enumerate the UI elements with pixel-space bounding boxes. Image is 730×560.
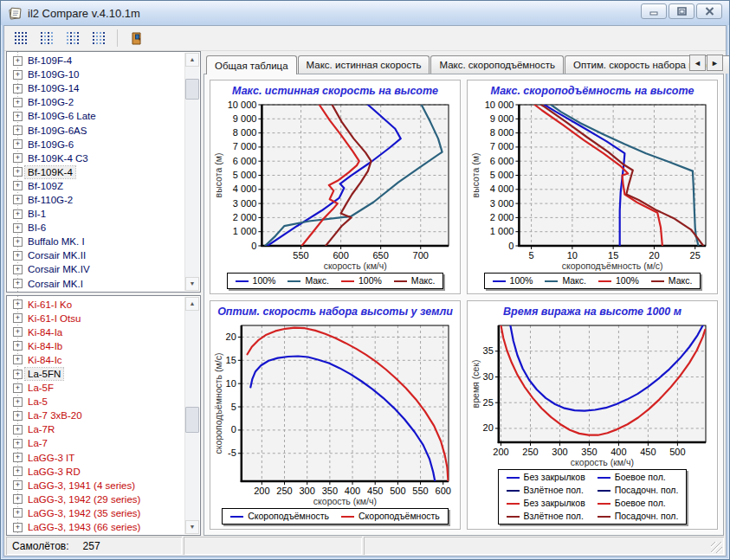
expand-icon[interactable]: + (13, 56, 23, 66)
expand-icon[interactable]: + (13, 126, 23, 135)
tab-2[interactable]: Макс. истинная скорость (298, 55, 430, 74)
expand-icon[interactable]: + (13, 153, 23, 163)
tree-item[interactable]: +Bf-109F-4 (11, 54, 184, 68)
expand-icon[interactable]: + (13, 265, 23, 274)
expand-icon[interactable]: + (13, 494, 23, 504)
expand-icon[interactable]: + (13, 139, 23, 149)
tree-item[interactable]: +Buffalo MK. I (11, 235, 184, 248)
tab-scroll-right-icon[interactable]: ► (707, 55, 723, 71)
tree-item[interactable]: +Corsair MK.II (11, 248, 184, 262)
tree-item[interactable]: +Ki-84-Ia (11, 325, 184, 339)
tree-item[interactable]: +LaGG-3, 1943 (66 series) (11, 520, 184, 534)
tree-item[interactable]: +La-7 (11, 436, 184, 450)
scroll-down-icon[interactable]: ▼ (185, 520, 199, 534)
expand-icon[interactable]: + (13, 370, 23, 379)
expand-icon[interactable]: + (13, 355, 23, 364)
expand-icon[interactable]: + (13, 397, 23, 407)
expand-icon[interactable]: + (13, 508, 23, 518)
expand-icon[interactable]: + (13, 467, 23, 476)
tree-item[interactable]: +Bf-109G-10 (11, 68, 184, 81)
maximize-button[interactable] (669, 3, 694, 19)
tree-item[interactable]: +Bf-110G-2 (11, 193, 184, 207)
scroll-thumb[interactable] (185, 79, 199, 100)
expand-icon[interactable]: + (13, 84, 23, 93)
tree-item[interactable]: +Ki-84-Ib (11, 339, 184, 353)
expand-icon[interactable]: + (13, 425, 23, 434)
tree-item[interactable]: +Bf-109G-6 (11, 138, 184, 151)
tree-item[interactable]: +Bf-109K-4 C3 (11, 151, 184, 165)
tree-item[interactable]: +Bf-109G-14 (11, 81, 184, 95)
tree-item[interactable]: +Bf-109G-6 Late (11, 109, 184, 123)
aircraft-tree-bottom[interactable]: +Ki-61-I Ko+Ki-61-I Otsu+Ki-84-Ia+Ki-84-… (6, 295, 201, 537)
expand-icon[interactable]: + (13, 223, 23, 233)
tree-item[interactable]: +La-7 3xB-20 (11, 409, 184, 422)
expand-icon[interactable]: + (13, 70, 23, 80)
svg-text:скороподъёмность (м/с): скороподъёмность (м/с) (213, 353, 223, 454)
tree-item[interactable]: +LaGG-3, 1942 (35 series) (11, 506, 184, 520)
tree-item[interactable]: +LaGG-3, 1942 (29 series) (11, 492, 184, 506)
expand-icon[interactable]: + (13, 523, 23, 532)
expand-icon[interactable]: + (13, 195, 23, 204)
close-button[interactable] (696, 3, 722, 19)
tree-item[interactable]: +Bf-109G-2 (11, 95, 184, 109)
expand-icon[interactable]: + (13, 480, 23, 490)
resize-grip[interactable] (711, 542, 722, 553)
expand-icon[interactable]: + (13, 453, 23, 462)
tree-item[interactable]: +Corsair MK.I (11, 277, 184, 291)
tree-item[interactable]: +LaGG-3 IT (11, 451, 184, 465)
toolbar-button-2[interactable] (35, 28, 58, 48)
legend-item: Посадочн. пол. (598, 484, 679, 497)
tree-item[interactable]: +BI-1 (11, 207, 184, 221)
tree-item-label: Bf-109G-14 (25, 82, 81, 94)
minimize-button[interactable] (641, 3, 667, 19)
tab-1[interactable]: Общая таблица (206, 55, 297, 74)
tree-item[interactable]: +La-5F (11, 381, 184, 395)
scroll-thumb[interactable] (185, 407, 199, 433)
scroll-up-icon[interactable]: ▲ (185, 53, 199, 67)
expand-icon[interactable]: + (13, 251, 23, 261)
expand-icon[interactable]: + (13, 209, 23, 219)
tree-item[interactable]: +Ki-84-Ic (11, 353, 184, 367)
tree-item[interactable]: +LaGG-3 RD (11, 465, 184, 479)
tree-item[interactable]: +Bf-109G-6AS (11, 123, 184, 137)
expand-icon[interactable]: + (13, 383, 23, 393)
toolbar-button-3[interactable] (61, 28, 84, 48)
expand-icon[interactable]: + (13, 327, 23, 337)
tree-item[interactable]: +Bf-109K-4 (11, 165, 184, 179)
tab-scroll-left-icon[interactable]: ◄ (689, 55, 706, 71)
tree-item[interactable]: +BI-6 (11, 221, 184, 235)
tree-item[interactable]: +LaGG-3, 1941 (4 series) (11, 479, 184, 492)
expand-icon[interactable]: + (13, 341, 23, 351)
svg-text:30: 30 (483, 371, 494, 382)
expand-icon[interactable]: + (13, 279, 23, 288)
toolbar-button-1[interactable] (9, 28, 32, 48)
scrollbar[interactable]: ▲▼ (184, 53, 199, 291)
expand-icon[interactable]: + (13, 411, 23, 421)
expand-icon[interactable]: + (13, 112, 23, 121)
tree-item[interactable]: +La-5 (11, 395, 184, 409)
tree-item[interactable]: +Bf-109Z (11, 179, 184, 193)
tree-item[interactable]: +La-7R (11, 422, 184, 436)
expand-icon[interactable]: + (13, 299, 23, 309)
tree-item[interactable]: +La-5FN (11, 367, 184, 381)
expand-icon[interactable]: + (13, 167, 23, 177)
expand-icon[interactable]: + (13, 439, 23, 448)
expand-icon[interactable]: + (13, 181, 23, 190)
tree-item[interactable]: +Ki-61-I Otsu (11, 312, 184, 325)
tree-item[interactable]: +Ki-61-I Ko (11, 298, 184, 312)
titlebar[interactable]: il2 Compare v.4.10.1m (1, 1, 729, 25)
aircraft-tree-top[interactable]: +Bf-109F-4+Bf-109G-10+Bf-109G-14+Bf-109G… (6, 51, 201, 293)
expand-icon[interactable]: + (13, 98, 23, 107)
expand-icon[interactable]: + (13, 313, 23, 323)
exit-button[interactable] (125, 28, 148, 48)
tab-3[interactable]: Макс. скороподъёмность (430, 55, 564, 74)
legend-label: Взлётное пол. (524, 484, 584, 497)
scrollbar[interactable]: ▲▼ (184, 297, 199, 535)
toolbar-button-4[interactable] (87, 28, 110, 48)
tree-item[interactable]: +Corsair MK.IV (11, 262, 184, 276)
scroll-down-icon[interactable]: ▼ (185, 277, 199, 291)
expand-icon[interactable]: + (13, 237, 23, 247)
tree-item-label: LaGG-3, 1943 (66 series) (25, 521, 143, 533)
scroll-up-icon[interactable]: ▲ (185, 297, 199, 311)
tree-item[interactable]: +CR-42 (11, 291, 184, 293)
